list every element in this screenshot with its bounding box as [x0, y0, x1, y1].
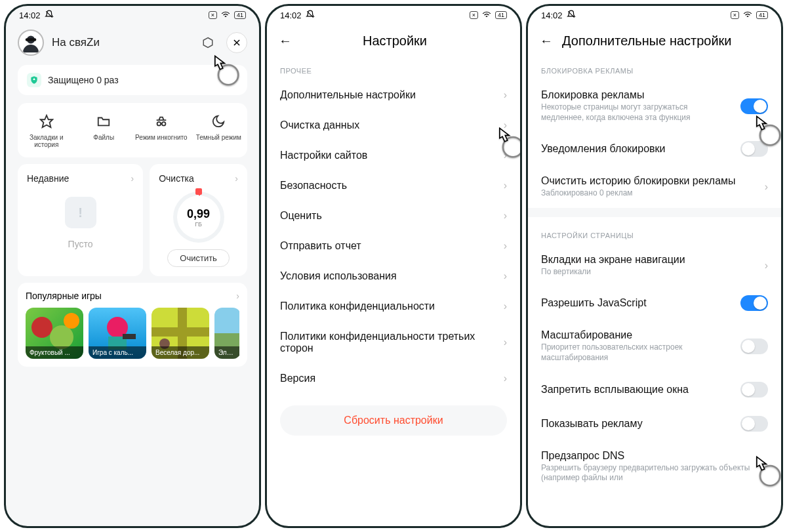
- wifi-icon: [482, 10, 491, 20]
- svg-rect-11: [123, 334, 136, 339]
- x-icon: ×: [470, 11, 478, 19]
- chevron-right-icon[interactable]: ›: [235, 173, 238, 184]
- star-icon: [37, 112, 56, 131]
- toggle-adblock[interactable]: [740, 98, 768, 114]
- tile-incognito[interactable]: Режим инкогнито: [132, 110, 190, 151]
- back-button[interactable]: ←: [279, 33, 292, 49]
- chevron-right-icon: ›: [504, 373, 507, 384]
- phone-screen-1: 14:02 × 41 На свяZи Защищено 0 раз: [4, 4, 261, 528]
- chevron-right-icon[interactable]: ›: [236, 291, 239, 301]
- reset-settings-button[interactable]: Сбросить настройки: [280, 405, 507, 436]
- games-card: Популярные игры › Фруктовый ... Игра с к…: [18, 283, 247, 367]
- chevron-right-icon: ›: [504, 89, 507, 101]
- toggle-show-ads[interactable]: [740, 416, 768, 432]
- section-other: ПРОЧЕЕ: [267, 52, 520, 80]
- chevron-right-icon: ›: [504, 210, 507, 222]
- row-block-popups[interactable]: Запретить всплывающие окна: [528, 373, 781, 407]
- row-privacy[interactable]: Политика конфиденциальности›: [267, 291, 520, 321]
- x-icon: ×: [731, 11, 739, 19]
- alarm-off-icon: [567, 10, 576, 21]
- svg-point-5: [162, 122, 166, 126]
- storage-unit: ГБ: [187, 221, 210, 228]
- wifi-icon: [743, 10, 752, 20]
- empty-icon: !: [65, 197, 96, 228]
- tile-files[interactable]: Файлы: [75, 110, 133, 151]
- svg-rect-13: [151, 327, 209, 337]
- quick-tiles: Закладки и история Файлы Режим инкогнито…: [18, 103, 247, 157]
- row-terms[interactable]: Условия использования›: [267, 261, 520, 291]
- chevron-right-icon: ›: [504, 337, 507, 348]
- section-adblock: БЛОКИРОВКА РЕКЛАМЫ: [528, 52, 781, 80]
- row-clear-data[interactable]: Очистка данных›: [267, 110, 520, 140]
- row-third-party-privacy[interactable]: Политики конфиденциальности третьих стор…: [267, 321, 520, 363]
- status-time: 14:02: [19, 10, 41, 20]
- svg-marker-3: [41, 115, 52, 127]
- chevron-right-icon: ›: [131, 173, 134, 184]
- row-rate[interactable]: Оценить›: [267, 201, 520, 231]
- svg-rect-1: [26, 38, 37, 41]
- row-additional-settings[interactable]: Дополнительные настройки›: [267, 80, 520, 110]
- row-security[interactable]: Безопасность›: [267, 171, 520, 201]
- section-page-settings: НАСТРОЙКИ СТРАНИЦЫ: [528, 217, 781, 245]
- row-adblock[interactable]: Блокировка рекламыНекоторые страницы мог…: [528, 80, 781, 132]
- game-item[interactable]: Фруктовый ...: [26, 308, 83, 359]
- storage-value: 0,99: [187, 207, 210, 221]
- row-javascript[interactable]: Разрешить JavaScript: [528, 286, 781, 320]
- battery-icon: 41: [234, 11, 246, 19]
- page-title: Дополнительные настройки: [562, 33, 769, 49]
- page-title: Настройки: [301, 33, 508, 49]
- chevron-right-icon: ›: [765, 181, 768, 193]
- recent-title: Недавние: [27, 173, 69, 184]
- recent-card[interactable]: Недавние › ! Пусто: [18, 164, 143, 276]
- row-dns-prefetch[interactable]: Предзапрос DNSРазрешить браузеру предвар…: [528, 441, 781, 493]
- toggle-javascript[interactable]: [740, 295, 768, 311]
- phone-screen-3: 14:02 × 41 ← Дополнительные настройки БЛ…: [526, 4, 783, 528]
- row-nav-tabs[interactable]: Вкладки на экране навигацииПо вертикали …: [528, 245, 781, 287]
- shield-icon: [27, 73, 41, 87]
- chevron-right-icon: ›: [504, 270, 507, 282]
- row-send-report[interactable]: Отправить отчет›: [267, 231, 520, 261]
- game-item[interactable]: Элас...: [214, 308, 239, 359]
- chevron-right-icon: ›: [504, 300, 507, 312]
- row-site-settings[interactable]: Настройки сайтов›: [267, 140, 520, 171]
- svg-point-7: [50, 325, 73, 349]
- status-bar: 14:02 × 41: [267, 6, 520, 24]
- game-item[interactable]: Веселая дор...: [151, 308, 209, 359]
- tile-bookmarks[interactable]: Закладки и история: [18, 110, 75, 151]
- toggle-block-popups[interactable]: [740, 382, 768, 398]
- games-title: Популярные игры: [26, 291, 102, 301]
- row-zoom[interactable]: МасштабированиеПриоритет пользовательски…: [528, 320, 781, 372]
- back-button[interactable]: ←: [540, 33, 553, 49]
- empty-label: Пусто: [27, 239, 134, 249]
- alarm-off-icon: [306, 10, 315, 21]
- svg-point-6: [31, 317, 52, 338]
- x-icon: ×: [209, 11, 217, 19]
- clean-card: Очистка › 0,99 ГБ Очистить: [150, 164, 247, 276]
- row-show-ads[interactable]: Показывать рекламу: [528, 407, 781, 441]
- chevron-right-icon: ›: [765, 260, 768, 272]
- profile-header: На свяZи: [6, 24, 259, 61]
- wifi-icon: [221, 10, 230, 20]
- clean-button[interactable]: Очистить: [167, 249, 230, 267]
- phone-screen-2: 14:02 × 41 ← Настройки ПРОЧЕЕ Дополнител…: [265, 4, 522, 528]
- protection-chip[interactable]: Защищено 0 раз: [18, 65, 247, 95]
- clean-title: Очистка: [159, 173, 194, 184]
- toggle-zoom[interactable]: [740, 338, 768, 354]
- tile-dark-mode[interactable]: Темный режим: [190, 110, 248, 151]
- status-bar: 14:02 × 41: [6, 6, 259, 24]
- row-block-notifications[interactable]: Уведомления блокировки: [528, 132, 781, 166]
- svg-point-4: [157, 122, 161, 126]
- chevron-right-icon: ›: [504, 180, 507, 192]
- game-item[interactable]: Игра с каль...: [89, 308, 146, 359]
- folder-icon: [94, 112, 113, 131]
- chevron-right-icon: ›: [504, 150, 507, 161]
- status-bar: 14:02 × 41: [528, 6, 781, 24]
- close-button[interactable]: [226, 32, 247, 53]
- avatar[interactable]: [18, 30, 44, 56]
- svg-marker-2: [203, 38, 212, 48]
- hex-icon[interactable]: [197, 32, 218, 53]
- row-version[interactable]: Версия›: [267, 363, 520, 394]
- toggle-block-notifications[interactable]: [740, 141, 768, 157]
- row-clear-adblock-history[interactable]: Очистить историю блокировки рекламыЗабло…: [528, 166, 781, 208]
- svg-point-8: [64, 313, 79, 329]
